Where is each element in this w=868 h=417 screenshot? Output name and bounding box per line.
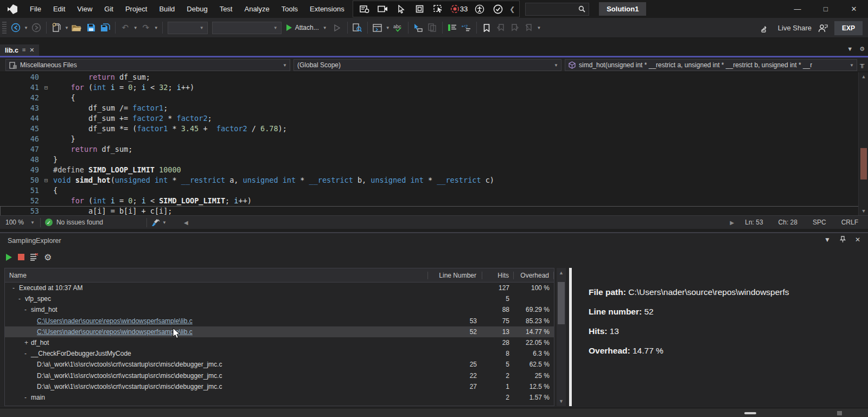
column-hits[interactable]: Hits [482, 272, 514, 279]
undo-dropdown-caret[interactable]: ▼ [133, 25, 138, 30]
file-link[interactable]: C:\Users\nader\source\repos\windowsperfs… [37, 328, 193, 336]
decrease-indent-button[interactable] [446, 21, 459, 34]
menu-tools[interactable]: Tools [276, 0, 304, 18]
code-cleanup-broom-icon[interactable] [151, 219, 160, 227]
menu-build[interactable]: Build [153, 0, 181, 18]
back-dropdown-caret[interactable]: ▼ [24, 25, 28, 30]
scope-dropdown[interactable]: (Global Scope) ▼ [293, 59, 561, 71]
menu-analyze[interactable]: Analyze [238, 0, 275, 18]
toggle-bookmark-button[interactable] [480, 21, 493, 34]
symbol-dropdown[interactable]: simd_hot(unsigned int * __restrict a, un… [565, 59, 857, 71]
bookmark-dropdown-caret[interactable]: ▼ [537, 25, 541, 30]
project-dropdown[interactable]: Miscellaneous Files ▼ [5, 59, 290, 71]
code-line-46[interactable]: 46 } [0, 134, 868, 144]
live-share-icon[interactable] [761, 24, 771, 33]
cleanup-caret-icon[interactable]: ▼ [162, 220, 167, 225]
menu-test[interactable]: Test [214, 0, 239, 18]
node-label[interactable]: D:\a\_work\1\s\src\vctools\crt\vcstartup… [37, 372, 222, 380]
sampling-row[interactable]: D:\a\_work\1\s\src\vctools\crt\vcstartup… [5, 359, 554, 370]
open-folder-button[interactable] [71, 21, 84, 34]
redo-dropdown-caret[interactable]: ▼ [154, 25, 158, 30]
node-label[interactable]: __CheckForDebuggerJustMyCode [31, 350, 131, 357]
code-editor[interactable]: 40 return df_sum;41⊟ for (int i = 0; i <… [0, 72, 868, 215]
new-project-button[interactable] [50, 21, 63, 34]
select-element-button[interactable] [412, 21, 425, 34]
scroll-up-icon[interactable]: ▲ [557, 270, 566, 275]
start-sampling-icon[interactable] [5, 253, 12, 261]
node-label[interactable]: D:\a\_work\1\s\src\vctools\crt\vcstartup… [37, 383, 222, 390]
menu-project[interactable]: Project [119, 0, 153, 18]
solution-name[interactable]: Solution1 [599, 2, 646, 16]
panel-title-bar[interactable]: SamplingExplorer ▼ ✕ [0, 233, 868, 248]
menu-edit[interactable]: Edit [47, 0, 71, 18]
editor-options-gear-icon[interactable]: ⚙ [859, 46, 865, 53]
code-line-52[interactable]: 52 for (int i = 0; i < SIMD_LOOP_LIMIT; … [0, 196, 868, 206]
tab-list-caret-icon[interactable]: ▼ [847, 46, 853, 53]
code-line-48[interactable]: 48} [0, 155, 868, 165]
node-label[interactable]: Executed at 10:37 AM [19, 284, 82, 292]
expander-icon[interactable]: - [24, 350, 31, 357]
previous-bookmark-button[interactable] [494, 21, 507, 34]
column-line-number[interactable]: Line Number [428, 272, 482, 279]
sampling-row[interactable]: D:\a\_work\1\s\src\vctools\crt\vcstartup… [5, 381, 554, 392]
record-indicator-icon[interactable]: 33 [449, 3, 469, 16]
minimize-button[interactable]: ― [783, 0, 812, 18]
node-label[interactable]: df_hot [31, 339, 49, 347]
accessibility-icon[interactable] [471, 3, 488, 16]
toolbar-grip[interactable] [2, 22, 7, 34]
expander-icon[interactable]: - [18, 295, 25, 303]
code-line-40[interactable]: 40 return df_sum; [0, 72, 868, 82]
status-eol[interactable]: CRLF [834, 219, 866, 226]
fold-collapse-icon[interactable]: ⊟ [39, 175, 53, 185]
display-settings-icon[interactable] [356, 3, 373, 16]
sampling-row[interactable]: +df_hot2822.05 % [5, 337, 554, 348]
settings-gear-icon[interactable]: ⚙ [44, 252, 52, 262]
node-label[interactable]: vfp_spec [25, 295, 51, 303]
region-frame-icon[interactable] [412, 3, 428, 16]
menu-git[interactable]: Git [98, 0, 119, 18]
fold-collapse-icon[interactable]: ⊟ [39, 82, 53, 93]
code-line-50[interactable]: 50⊟void simd_hot(unsigned int * __restri… [0, 175, 868, 185]
new-dropdown-caret[interactable]: ▼ [65, 25, 69, 30]
find-in-files-button[interactable] [351, 21, 364, 34]
scroll-down-icon[interactable]: ▼ [859, 208, 868, 214]
stop-sampling-icon[interactable] [18, 254, 24, 260]
sampling-row[interactable]: -main21.57 % [5, 392, 554, 403]
expander-icon[interactable]: - [24, 394, 31, 401]
chevron-left-icon[interactable]: ❮ [508, 3, 516, 16]
expander-icon[interactable]: + [24, 339, 31, 347]
spell-check-button[interactable]: abc [392, 21, 405, 34]
sampling-row[interactable]: -Executed at 10:37 AM127100 % [5, 283, 554, 293]
column-name[interactable]: Name [5, 272, 428, 279]
menu-file[interactable]: File [24, 0, 47, 18]
next-bookmark-button[interactable] [508, 21, 521, 34]
clear-list-icon[interactable] [30, 253, 39, 261]
check-circle-icon[interactable] [490, 3, 506, 16]
split-window-icon[interactable]: ╥ [860, 60, 865, 68]
sampling-row[interactable]: D:\a\_work\1\s\src\vctools\crt\vcstartup… [5, 370, 554, 381]
cursor-select-icon[interactable] [393, 3, 410, 16]
save-all-button[interactable] [99, 21, 112, 34]
live-share-label[interactable]: Live Share [778, 24, 812, 32]
navigate-back-button[interactable] [9, 21, 22, 34]
health-indicator[interactable]: ✓ No issues found [45, 219, 103, 226]
node-label[interactable]: main [31, 394, 45, 401]
maximize-button[interactable]: □ [812, 0, 840, 18]
menu-extensions[interactable]: Extensions [304, 0, 350, 18]
scrollbar-thumb[interactable] [558, 282, 565, 324]
panel-splitter[interactable] [569, 268, 572, 406]
hscroll-left-icon[interactable]: ◀ [184, 220, 188, 226]
code-line-42[interactable]: 42 { [0, 93, 868, 103]
attach-button[interactable]: Attach... ▼ [286, 24, 328, 31]
pin-tab-icon[interactable]: ⌗ [22, 47, 25, 54]
status-line[interactable]: Ln: 53 [737, 219, 770, 226]
menu-debug[interactable]: Debug [181, 0, 213, 18]
scroll-down-icon[interactable]: ▼ [557, 399, 566, 404]
sampling-row[interactable]: -vfp_spec5 [5, 293, 554, 304]
sampling-row[interactable]: C:\Users\nader\source\repos\windowsperfs… [5, 326, 554, 337]
scroll-up-icon[interactable]: ▲ [859, 74, 868, 79]
experimental-badge[interactable]: EXP [834, 21, 863, 35]
code-line-47[interactable]: 47 return df_sum; [0, 144, 868, 155]
feedback-person-icon[interactable] [818, 24, 828, 33]
increase-indent-button[interactable]: ↩2 [460, 21, 473, 34]
